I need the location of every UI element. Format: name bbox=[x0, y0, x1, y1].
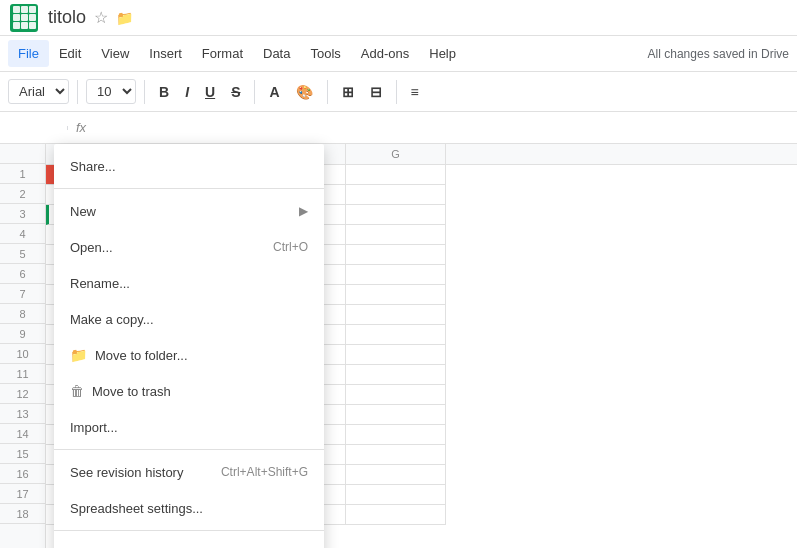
grid-cell[interactable] bbox=[346, 225, 446, 245]
spreadsheet-settings-label: Spreadsheet settings... bbox=[70, 501, 203, 516]
open-shortcut: Ctrl+O bbox=[273, 240, 308, 254]
toolbar-divider-5 bbox=[396, 80, 397, 104]
new-label: New bbox=[70, 204, 96, 219]
row-num: 14 bbox=[0, 424, 45, 444]
grid-cell[interactable] bbox=[346, 185, 446, 205]
menu-divider bbox=[54, 449, 324, 450]
menu-item-make-copy[interactable]: Make a copy... bbox=[54, 301, 324, 337]
menu-item-edit[interactable]: Edit bbox=[49, 40, 91, 67]
menu-item-addons[interactable]: Add-ons bbox=[351, 40, 419, 67]
row-num: 3 bbox=[0, 204, 45, 224]
folder-icon[interactable]: 📁 bbox=[116, 10, 133, 26]
cell-reference bbox=[8, 126, 68, 130]
toolbar-divider-3 bbox=[254, 80, 255, 104]
menu-item-open[interactable]: Open... Ctrl+O bbox=[54, 229, 324, 265]
menu-item-help[interactable]: Help bbox=[419, 40, 466, 67]
row-num: 17 bbox=[0, 484, 45, 504]
font-size-select[interactable]: 10 bbox=[86, 79, 136, 104]
menu-bar: File Edit View Insert Format Data Tools … bbox=[0, 36, 797, 72]
title-bar: titolo ☆ 📁 bbox=[0, 0, 797, 36]
make-copy-label: Make a copy... bbox=[70, 312, 154, 327]
row-num: 8 bbox=[0, 304, 45, 324]
menu-item-format[interactable]: Format bbox=[192, 40, 253, 67]
star-icon[interactable]: ☆ bbox=[94, 8, 108, 27]
row-num: 5 bbox=[0, 244, 45, 264]
row-num: 10 bbox=[0, 344, 45, 364]
drive-status: All changes saved in Drive bbox=[648, 47, 789, 61]
import-label: Import... bbox=[70, 420, 118, 435]
fx-label: fx bbox=[76, 120, 86, 135]
strikethrough-button[interactable]: S bbox=[225, 80, 246, 104]
revision-history-label: See revision history bbox=[70, 465, 183, 480]
menu-divider bbox=[54, 188, 324, 189]
menu-item-rename[interactable]: Rename... bbox=[54, 265, 324, 301]
document-title: titolo bbox=[48, 7, 86, 28]
menu-item-file[interactable]: File bbox=[8, 40, 49, 67]
app-icon-grid bbox=[13, 6, 36, 29]
row-num: 16 bbox=[0, 464, 45, 484]
folder-icon: 📁 bbox=[70, 347, 87, 363]
more-button[interactable]: ≡ bbox=[405, 80, 425, 104]
grid-cell[interactable] bbox=[346, 265, 446, 285]
underline-button[interactable]: U bbox=[199, 80, 221, 104]
row-num: 13 bbox=[0, 404, 45, 424]
revision-shortcut: Ctrl+Alt+Shift+G bbox=[221, 465, 308, 479]
fill-color-button[interactable]: 🎨 bbox=[290, 80, 319, 104]
row-num: 7 bbox=[0, 284, 45, 304]
formula-bar: fx bbox=[0, 112, 797, 144]
share-label: Share... bbox=[70, 159, 116, 174]
move-folder-label: Move to folder... bbox=[95, 348, 188, 363]
row-num: 15 bbox=[0, 444, 45, 464]
grid-cell[interactable] bbox=[346, 165, 446, 185]
borders-button[interactable]: ⊞ bbox=[336, 80, 360, 104]
move-trash-label: Move to trash bbox=[92, 384, 171, 399]
row-num: 11 bbox=[0, 364, 45, 384]
menu-item-new[interactable]: New ▶ bbox=[54, 193, 324, 229]
grid-cell[interactable] bbox=[346, 205, 446, 225]
arrow-icon: ▶ bbox=[299, 204, 308, 218]
row-numbers: 1 2 3 4 5 6 7 8 9 10 11 12 13 14 15 16 1… bbox=[0, 144, 46, 548]
font-family-select[interactable]: Arial bbox=[8, 79, 69, 104]
menu-item-share[interactable]: Share... bbox=[54, 148, 324, 184]
menu-item-move-to-trash[interactable]: 🗑 Move to trash bbox=[54, 373, 324, 409]
italic-button[interactable]: I bbox=[179, 80, 195, 104]
row-num: 4 bbox=[0, 224, 45, 244]
menu-item-view[interactable]: View bbox=[91, 40, 139, 67]
row-num: 12 bbox=[0, 384, 45, 404]
grid-cell[interactable] bbox=[346, 245, 446, 265]
menu-item-revision-history[interactable]: See revision history Ctrl+Alt+Shift+G bbox=[54, 454, 324, 490]
row-num: 18 bbox=[0, 504, 45, 524]
main-area: 1 2 3 4 5 6 7 8 9 10 11 12 13 14 15 16 1… bbox=[0, 144, 797, 548]
menu-item-spreadsheet-settings[interactable]: Spreadsheet settings... bbox=[54, 490, 324, 526]
rename-label: Rename... bbox=[70, 276, 130, 291]
toolbar-divider-2 bbox=[144, 80, 145, 104]
toolbar-divider-4 bbox=[327, 80, 328, 104]
menu-item-insert[interactable]: Insert bbox=[139, 40, 192, 67]
row-num: 2 bbox=[0, 184, 45, 204]
col-header-g: G bbox=[346, 144, 446, 164]
app-icon bbox=[10, 4, 38, 32]
toolbar: Arial 10 B I U S A 🎨 ⊞ ⊟ ≡ bbox=[0, 72, 797, 112]
row-num: 9 bbox=[0, 324, 45, 344]
menu-item-import[interactable]: Import... bbox=[54, 409, 324, 445]
row-num: 6 bbox=[0, 264, 45, 284]
menu-divider bbox=[54, 530, 324, 531]
bold-button[interactable]: B bbox=[153, 80, 175, 104]
menu-item-tools[interactable]: Tools bbox=[300, 40, 350, 67]
text-color-button[interactable]: A bbox=[263, 80, 285, 104]
menu-item-move-to-folder[interactable]: 📁 Move to folder... bbox=[54, 337, 324, 373]
toolbar-divider-1 bbox=[77, 80, 78, 104]
menu-item-data[interactable]: Data bbox=[253, 40, 300, 67]
row-num: 1 bbox=[0, 164, 45, 184]
trash-icon: 🗑 bbox=[70, 383, 84, 399]
open-label: Open... bbox=[70, 240, 113, 255]
menu-item-download-as[interactable]: Download as ▶ bbox=[54, 535, 324, 548]
merge-button[interactable]: ⊟ bbox=[364, 80, 388, 104]
file-dropdown-menu: Share... New ▶ Open... Ctrl+O Rename... … bbox=[54, 144, 324, 548]
